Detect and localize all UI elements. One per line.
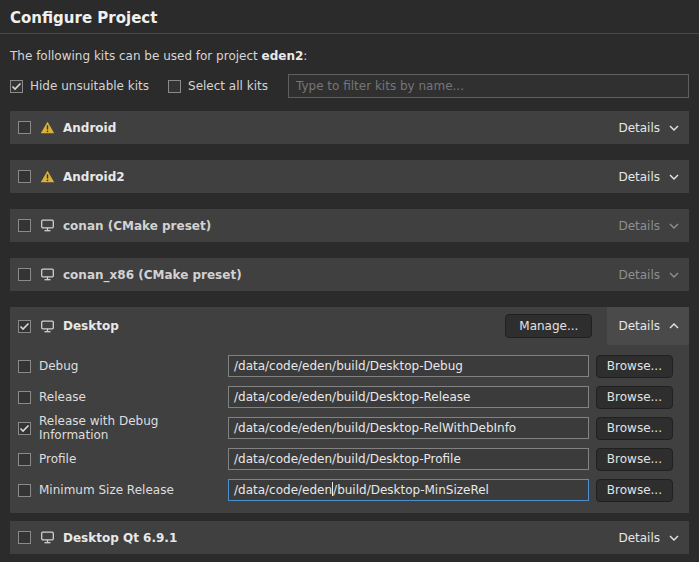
select-all-kits-label: Select all kits bbox=[188, 79, 268, 93]
kit-checkbox[interactable] bbox=[18, 320, 31, 333]
build-directory-input[interactable]: /data/code/eden/build/Desktop-MinSizeRel bbox=[228, 479, 589, 501]
browse-button[interactable]: Browse... bbox=[596, 386, 673, 409]
build-config-label: Debug bbox=[39, 359, 228, 373]
kit-checkbox[interactable] bbox=[18, 531, 31, 544]
kit-details-button[interactable]: Details bbox=[607, 160, 689, 193]
hide-unsuitable-kits-checkbox[interactable] bbox=[10, 80, 23, 93]
kit-list: AndroidDetailsAndroid2Detailsconan (CMak… bbox=[10, 111, 689, 554]
build-directory-input[interactable]: /data/code/eden/build/Desktop-Release bbox=[228, 386, 589, 408]
hide-unsuitable-kits-label: Hide unsuitable kits bbox=[30, 79, 149, 93]
intro-text: The following kits can be used for proje… bbox=[10, 49, 689, 63]
page-header: Configure Project bbox=[0, 0, 699, 34]
details-label: Details bbox=[618, 170, 660, 184]
kit-row: AndroidDetails bbox=[10, 111, 689, 144]
kit-header: conan_x86 (CMake preset)Details bbox=[10, 258, 689, 291]
kit-row: Android2Details bbox=[10, 160, 689, 193]
kit-name: conan_x86 (CMake preset) bbox=[63, 268, 242, 282]
kit-row: Desktop Qt 6.9.1Details bbox=[10, 521, 689, 554]
project-name: eden2 bbox=[262, 49, 304, 63]
build-config-checkbox[interactable] bbox=[18, 391, 31, 404]
kit-header: AndroidDetails bbox=[10, 111, 689, 144]
kit-name: Desktop Qt 6.9.1 bbox=[63, 531, 177, 545]
details-label: Details bbox=[618, 531, 660, 545]
build-config-row: Release/data/code/eden/build/Desktop-Rel… bbox=[10, 386, 689, 408]
chevron-down-icon bbox=[668, 271, 680, 279]
chevron-down-icon bbox=[668, 534, 680, 542]
kit-filter-input[interactable] bbox=[288, 74, 689, 98]
path-text-before-caret: /data/code/eden bbox=[234, 483, 332, 497]
build-config-row: Debug/data/code/eden/build/Desktop-Debug… bbox=[10, 355, 689, 377]
build-directory-input[interactable]: /data/code/eden/build/Desktop-Profile bbox=[228, 448, 589, 470]
kit-checkbox[interactable] bbox=[18, 121, 31, 134]
kit-header: Android2Details bbox=[10, 160, 689, 193]
build-config-label: Profile bbox=[39, 452, 228, 466]
details-label: Details bbox=[618, 121, 660, 135]
kit-details-button[interactable]: Details bbox=[607, 307, 689, 345]
select-all-kits-option[interactable]: Select all kits bbox=[168, 79, 268, 93]
build-config-checkbox[interactable] bbox=[18, 453, 31, 466]
chevron-up-icon bbox=[668, 322, 680, 330]
browse-button[interactable]: Browse... bbox=[596, 417, 673, 440]
kit-header: conan (CMake preset)Details bbox=[10, 209, 689, 242]
browse-button[interactable]: Browse... bbox=[596, 355, 673, 378]
kit-checkbox[interactable] bbox=[18, 170, 31, 183]
build-config-label: Release bbox=[39, 390, 228, 404]
hide-unsuitable-kits-option[interactable]: Hide unsuitable kits bbox=[10, 79, 149, 93]
browse-button[interactable]: Browse... bbox=[596, 448, 673, 471]
manage-kits-button[interactable]: Manage... bbox=[505, 314, 592, 338]
kit-details-button: Details bbox=[607, 258, 689, 291]
build-config-checkbox[interactable] bbox=[18, 484, 31, 497]
chevron-down-icon bbox=[668, 124, 680, 132]
kit-details-button[interactable]: Details bbox=[607, 111, 689, 144]
build-config-row: Profile/data/code/eden/build/Desktop-Pro… bbox=[10, 448, 689, 470]
kit-header: Desktop Qt 6.9.1Details bbox=[10, 521, 689, 554]
path-text-after-caret: /build/Desktop-MinSizeRel bbox=[333, 483, 489, 497]
monitor-icon bbox=[40, 219, 55, 232]
kit-name: Desktop bbox=[63, 319, 119, 333]
browse-button[interactable]: Browse... bbox=[596, 479, 673, 502]
kit-header: DesktopManage...Details bbox=[10, 307, 689, 345]
monitor-icon bbox=[40, 531, 55, 544]
build-config-label: Minimum Size Release bbox=[39, 483, 228, 497]
build-config-checkbox[interactable] bbox=[18, 422, 31, 435]
build-config-label: Release with Debug Information bbox=[39, 414, 228, 442]
kit-row: DesktopManage...DetailsDebug/data/code/e… bbox=[10, 307, 689, 513]
build-config-row: Release with Debug Information/data/code… bbox=[10, 417, 689, 439]
kit-filter-toolbar: Hide unsuitable kits Select all kits bbox=[10, 74, 689, 98]
kit-name: Android2 bbox=[63, 170, 125, 184]
build-directory-input[interactable]: /data/code/eden/build/Desktop-Debug bbox=[228, 355, 589, 377]
details-label: Details bbox=[618, 219, 660, 233]
kit-checkbox[interactable] bbox=[18, 268, 31, 281]
build-config-checkbox[interactable] bbox=[18, 360, 31, 373]
kit-checkbox[interactable] bbox=[18, 219, 31, 232]
monitor-icon bbox=[40, 320, 55, 333]
kit-details-button: Details bbox=[607, 209, 689, 242]
checkmark-icon bbox=[11, 82, 22, 91]
chevron-down-icon bbox=[668, 173, 680, 181]
build-config-list: Debug/data/code/eden/build/Desktop-Debug… bbox=[10, 355, 689, 501]
build-config-row: Minimum Size Release/data/code/eden/buil… bbox=[10, 479, 689, 501]
kit-row: conan_x86 (CMake preset)Details bbox=[10, 258, 689, 291]
kit-row: conan (CMake preset)Details bbox=[10, 209, 689, 242]
monitor-icon bbox=[40, 268, 55, 281]
warning-icon bbox=[40, 170, 55, 183]
details-label: Details bbox=[618, 319, 660, 333]
page-title: Configure Project bbox=[10, 9, 689, 27]
chevron-down-icon bbox=[668, 222, 680, 230]
kit-details-button[interactable]: Details bbox=[607, 521, 689, 554]
warning-icon bbox=[40, 121, 55, 134]
build-directory-input[interactable]: /data/code/eden/build/Desktop-RelWithDeb… bbox=[228, 417, 589, 439]
select-all-kits-checkbox[interactable] bbox=[168, 80, 181, 93]
kit-name: Android bbox=[63, 121, 116, 135]
kit-name: conan (CMake preset) bbox=[63, 219, 211, 233]
details-label: Details bbox=[618, 268, 660, 282]
